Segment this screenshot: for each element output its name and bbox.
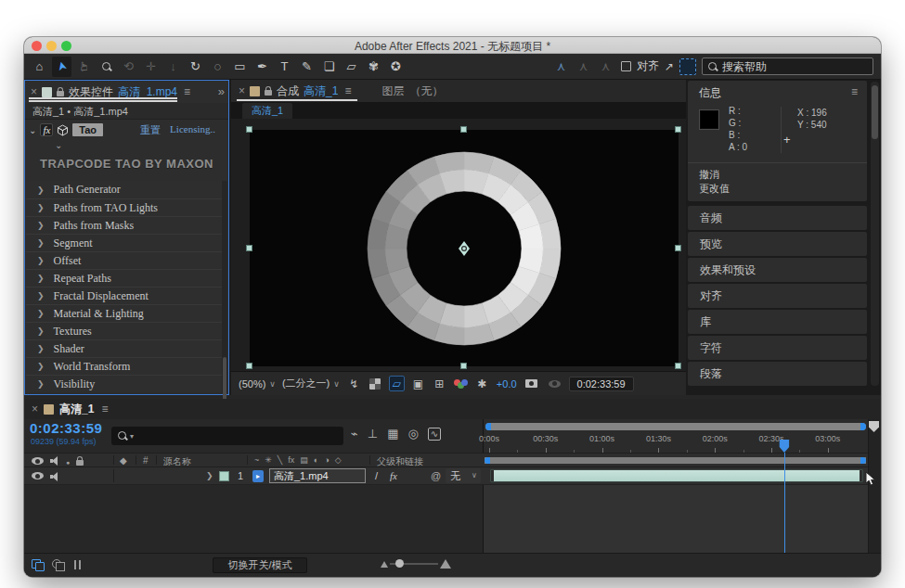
roto-brush-tool[interactable]: ✾ (364, 57, 383, 77)
parent-pickwhip-icon[interactable]: @ (431, 470, 441, 481)
effect-controls-tab[interactable]: × 效果控件 高清_1.mp4 ≡ » (25, 81, 228, 103)
quality-toggle[interactable]: / (375, 470, 378, 481)
effect-header-row[interactable]: ⌄ fx Tao 重置 Licensing.. (25, 120, 228, 140)
help-search-field[interactable] (702, 58, 873, 75)
panel-menu-icon[interactable]: ≡ (184, 85, 190, 98)
close-tab-icon[interactable]: × (239, 84, 245, 97)
camera-tool[interactable]: ◌ (208, 57, 227, 77)
zoom-slider-knob[interactable] (395, 559, 404, 568)
comp-tab-label[interactable]: 合成 (277, 83, 299, 99)
effect-group-row[interactable]: ❯Path Generator (26, 181, 222, 198)
expand-transfer-controls-icon[interactable] (52, 559, 64, 570)
expand-layer-switches-icon[interactable] (32, 559, 44, 570)
effect-group-row[interactable]: ❯Segment (26, 234, 222, 251)
snap-checkbox[interactable] (621, 61, 631, 71)
hand-tool[interactable]: ☞ (74, 57, 94, 77)
transparency-grid-icon[interactable] (368, 376, 383, 391)
effect-group-row[interactable]: ❯Fractal Displacement (26, 287, 222, 304)
more-panels-icon[interactable]: » (218, 84, 225, 98)
close-tab-icon[interactable]: × (31, 85, 37, 98)
close-tab-icon[interactable]: × (32, 403, 38, 415)
guide-options-icon[interactable]: ▣ (410, 376, 426, 391)
collapsed-panel[interactable]: 字符 (688, 336, 867, 360)
composition-viewer[interactable] (231, 119, 686, 371)
zoom-out-icon[interactable] (381, 561, 388, 568)
audio-toggle-icon[interactable] (50, 472, 59, 481)
effect-group-row[interactable]: ❯Material & Lighting (26, 304, 222, 322)
rotation-tool[interactable]: ↻ (186, 57, 205, 77)
search-options-icon[interactable]: ▾ (130, 432, 134, 441)
licensing-link[interactable]: Licensing.. (170, 123, 215, 137)
effect-group-row[interactable]: ❯Shader (26, 339, 222, 357)
selection-tool[interactable]: ➤ (52, 57, 71, 77)
effect-group-row[interactable]: ❯Textures (26, 322, 222, 339)
panel-menu-icon[interactable]: ≡ (101, 403, 108, 415)
exposure-icon[interactable]: ✱ (474, 376, 490, 391)
puppet-starch-tool[interactable]: ⋏ (574, 57, 593, 77)
channels-icon[interactable] (453, 376, 469, 391)
time-navigator-bar[interactable] (485, 423, 866, 430)
time-ruler[interactable]: 0:00s00:30s01:00s01:30s02:00s02:30s03:00… (483, 419, 868, 453)
reset-link[interactable]: 重置 (140, 123, 161, 137)
selection-handle[interactable] (675, 363, 681, 369)
region-of-interest-icon[interactable]: ▱ (389, 376, 405, 391)
frame-blending-icon[interactable]: ▦ (387, 427, 398, 441)
navigator-end-handle[interactable] (860, 423, 866, 430)
layer-label-color[interactable] (219, 471, 229, 481)
zoom-in-icon[interactable] (440, 559, 451, 569)
preview-time[interactable]: 0:02:33:59 (569, 377, 634, 391)
layer-source-name[interactable]: 高清_1.mp4 (269, 468, 366, 483)
exposure-value[interactable]: +0.0 (497, 378, 517, 390)
effect-group-row[interactable]: ❯Paths from TAO Lights (26, 198, 222, 216)
selection-handle[interactable] (460, 363, 467, 369)
show-snapshot-icon[interactable] (547, 376, 562, 391)
work-area-end[interactable] (860, 457, 866, 464)
timeline-tab-label[interactable]: 高清_1 (59, 402, 94, 417)
clone-stamp-tool[interactable]: ❏ (319, 57, 339, 77)
timeline-search-field[interactable]: ▾ (111, 427, 343, 445)
collapse-effect-icon[interactable]: ⌄ (29, 125, 36, 135)
puppet-position-tool[interactable]: ⋏ (551, 57, 571, 77)
snap-label[interactable]: 对齐 (637, 58, 659, 74)
navigator-start-handle[interactable] (485, 423, 491, 430)
effect-group-row[interactable]: ❯Paths from Masks (26, 216, 222, 234)
timeline-tracks-area[interactable] (483, 485, 868, 553)
collapsed-panel[interactable]: 效果和预设 (688, 258, 867, 282)
fx-toggle[interactable]: fx (390, 470, 397, 481)
collapsed-panel[interactable]: 对齐 (688, 284, 867, 308)
graph-editor-icon[interactable]: ∿ (428, 428, 441, 441)
expand-layer-icon[interactable]: ❯ (206, 471, 213, 480)
work-area-bar[interactable] (485, 457, 866, 464)
snapshot-icon[interactable] (524, 376, 539, 391)
magnification-select[interactable]: (50%) ∨ (239, 378, 276, 390)
effect-group-row[interactable]: ❯Offset (26, 251, 222, 269)
zoom-slider[interactable] (390, 563, 438, 565)
fx-enabled-badge[interactable]: fx (40, 123, 53, 136)
timeline-search-input[interactable] (136, 429, 313, 443)
pen-tool[interactable]: ✒ (252, 57, 272, 77)
selection-handle[interactable] (246, 245, 252, 251)
puppet-overlap-tool[interactable]: ⋏ (596, 57, 615, 77)
resolution-select[interactable]: (二分之一) ∨ (282, 377, 340, 390)
puppet-pin-tool[interactable]: ✪ (386, 57, 406, 77)
comp-tab-name[interactable]: 高清_1 (304, 83, 338, 99)
parent-link-column[interactable]: 父级和链接 (377, 455, 423, 468)
selection-handle[interactable] (675, 126, 681, 133)
collapsed-panel[interactable]: 预览 (688, 232, 867, 256)
current-time-display[interactable]: 0:02:33:59 (30, 420, 102, 436)
motion-blur-icon[interactable]: ◎ (407, 427, 418, 441)
help-search-input[interactable] (722, 60, 843, 73)
type-tool[interactable]: T (275, 57, 294, 77)
collapsed-panel[interactable]: 库 (688, 310, 867, 334)
lock-icon[interactable] (265, 90, 272, 96)
selection-handle[interactable] (246, 363, 252, 369)
effects-scrollbar[interactable] (222, 181, 227, 393)
layer-viewer-tab[interactable]: 图层 （无） (381, 83, 443, 99)
selection-handle[interactable] (460, 126, 467, 133)
panel-menu-icon[interactable]: ≡ (344, 84, 351, 97)
collapsed-panel[interactable]: 音频 (688, 206, 867, 230)
comp-mini-flowchart-icon[interactable]: ⌁ (351, 427, 358, 441)
work-area-start[interactable] (485, 457, 490, 464)
comp-marker-button[interactable] (869, 421, 879, 432)
panel-menu-icon[interactable]: ≡ (851, 85, 858, 101)
